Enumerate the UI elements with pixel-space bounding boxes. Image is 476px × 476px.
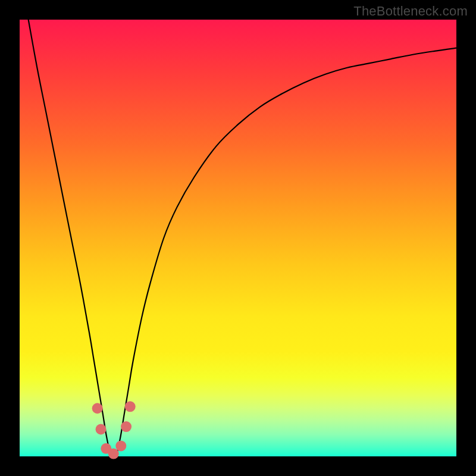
trough-markers	[92, 401, 136, 459]
trough-marker	[125, 401, 136, 412]
watermark-text: TheBottleneck.com	[353, 4, 468, 19]
trough-marker	[96, 424, 107, 434]
chart-frame: TheBottleneck.com	[0, 0, 476, 476]
plot-area	[20, 20, 456, 456]
trough-marker	[108, 449, 119, 459]
curve-layer	[20, 20, 456, 456]
trough-marker	[121, 421, 131, 432]
bottleneck-curve	[29, 20, 456, 459]
trough-marker	[92, 403, 103, 414]
trough-marker	[115, 440, 126, 451]
